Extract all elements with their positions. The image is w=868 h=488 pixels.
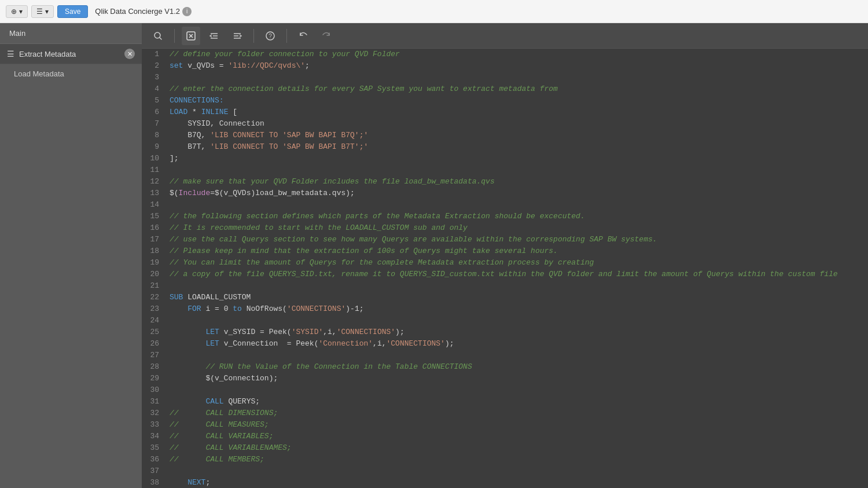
line-number: 30 xyxy=(142,384,165,396)
line-content xyxy=(165,465,868,477)
line-content: // the following section defines which p… xyxy=(165,211,868,222)
table-row: 38 NEXT; xyxy=(142,477,868,488)
line-number: 15 xyxy=(142,211,165,222)
main-layout: Main ☰ Extract Metadata ✕ Load Metadata xyxy=(0,23,868,488)
table-row: 7 SYSID, Connection xyxy=(142,118,868,130)
line-number: 12 xyxy=(142,176,165,188)
line-content: CALL QUERYS; xyxy=(165,396,868,408)
list-button[interactable]: ☰ ▾ xyxy=(31,5,54,18)
table-row: 17 // use the call Querys section to see… xyxy=(142,234,868,245)
line-content: LOAD * INLINE [ xyxy=(165,107,868,118)
code-editor[interactable]: 1 // define your folder connection to yo… xyxy=(142,49,868,488)
sidebar: Main ☰ Extract Metadata ✕ Load Metadata xyxy=(0,23,142,488)
search-button[interactable] xyxy=(149,27,167,45)
indent-left-button[interactable] xyxy=(205,27,223,45)
line-content: // use the call Querys section to see ho… xyxy=(165,234,868,245)
list-icon: ☰ xyxy=(36,8,43,16)
table-row: 8 B7Q, 'LIB CONNECT TO 'SAP BW BAPI B7Q'… xyxy=(142,130,868,141)
table-row: 33 // CALL MEASURES; xyxy=(142,419,868,431)
line-number: 16 xyxy=(142,222,165,234)
line-content: LET v_Connection = Peek('Connection',i,'… xyxy=(165,338,868,350)
line-number: 4 xyxy=(142,83,165,95)
top-toolbar: ⊕ ▾ ☰ ▾ Save Qlik Data Concierge V1.2 i xyxy=(0,0,868,23)
toolbar-separator-3 xyxy=(286,29,287,43)
indent-right-button[interactable] xyxy=(228,27,247,45)
line-content: set v_QVDs = 'lib://QDC/qvds\'; xyxy=(165,60,868,72)
table-row: 22 SUB LOADALL_CUSTOM xyxy=(142,292,868,303)
app-title-text: Qlik Data Concierge V1.2 xyxy=(95,7,180,16)
line-number: 28 xyxy=(142,361,165,373)
line-content: // CALL MEASURES; xyxy=(165,419,868,431)
line-number: 2 xyxy=(142,60,165,72)
indent-left-icon xyxy=(209,31,219,41)
line-content: // It is recommended to start with the L… xyxy=(165,222,868,234)
app-icon-button[interactable]: ⊕ ▾ xyxy=(6,5,28,18)
line-number: 33 xyxy=(142,419,165,431)
line-number: 37 xyxy=(142,465,165,477)
line-content: // make sure that your QVD Folder includ… xyxy=(165,176,868,188)
line-content: // Please keep in mind that the extracti… xyxy=(165,245,868,257)
line-content xyxy=(165,199,868,211)
line-content: // You can limit the amount of Querys fo… xyxy=(165,257,868,269)
line-content: // define your folder connection to your… xyxy=(165,49,868,60)
table-row: 2 set v_QVDs = 'lib://QDC/qvds\'; xyxy=(142,60,868,72)
close-button[interactable]: ✕ xyxy=(124,49,135,59)
search-icon xyxy=(153,31,163,41)
toolbar-separator-2 xyxy=(253,29,254,43)
line-number: 36 xyxy=(142,454,165,465)
line-number: 17 xyxy=(142,234,165,245)
undo-button[interactable] xyxy=(294,27,312,45)
sidebar-item-load-metadata[interactable]: Load Metadata xyxy=(0,64,142,83)
line-content xyxy=(165,350,868,361)
table-row: 13 $(Include=$(v_QVDs)load_bw_metadata.q… xyxy=(142,188,868,199)
line-number: 21 xyxy=(142,280,165,292)
line-number: 32 xyxy=(142,408,165,419)
table-row: 31 CALL QUERYS; xyxy=(142,396,868,408)
line-content: LET v_SYSID = Peek('SYSID',i,'CONNECTION… xyxy=(165,326,868,338)
line-number: 10 xyxy=(142,153,165,164)
line-number: 18 xyxy=(142,245,165,257)
line-number: 5 xyxy=(142,95,165,107)
line-number: 35 xyxy=(142,442,165,454)
table-row: 16 // It is recommended to start with th… xyxy=(142,222,868,234)
line-content: CONNECTIONS: xyxy=(165,95,868,107)
line-number: 6 xyxy=(142,107,165,118)
info-icon[interactable]: i xyxy=(182,7,192,16)
help-button[interactable]: ? xyxy=(261,27,279,45)
indent-right-icon xyxy=(232,31,242,41)
line-number: 24 xyxy=(142,315,165,326)
line-content xyxy=(165,315,868,326)
svg-text:?: ? xyxy=(269,33,272,39)
line-number: 7 xyxy=(142,118,165,130)
hamburger-icon: ☰ xyxy=(7,49,14,58)
redo-icon xyxy=(321,31,332,41)
line-number: 27 xyxy=(142,350,165,361)
line-number: 1 xyxy=(142,49,165,60)
line-number: 23 xyxy=(142,303,165,315)
table-row: 11 xyxy=(142,164,868,176)
line-content: SUB LOADALL_CUSTOM xyxy=(165,292,868,303)
sidebar-item-main[interactable]: Main xyxy=(0,23,142,44)
toolbar-separator-1 xyxy=(174,29,175,43)
line-number: 25 xyxy=(142,326,165,338)
redo-button[interactable] xyxy=(317,27,336,45)
line-number: 31 xyxy=(142,396,165,408)
line-content: FOR i = 0 to NoOfRows('CONNECTIONS')-1; xyxy=(165,303,868,315)
line-number: 22 xyxy=(142,292,165,303)
table-row: 15 // the following section defines whic… xyxy=(142,211,868,222)
save-button[interactable]: Save xyxy=(57,5,88,18)
table-row: 28 // RUN the Value of the Connection in… xyxy=(142,361,868,373)
line-content: // CALL DIMENSIONS; xyxy=(165,408,868,419)
line-number: 14 xyxy=(142,199,165,211)
table-row: 27 xyxy=(142,350,868,361)
table-row: 23 FOR i = 0 to NoOfRows('CONNECTIONS')-… xyxy=(142,303,868,315)
table-row: 9 B7T, 'LIB CONNECT TO 'SAP BW BAPI B7T'… xyxy=(142,141,868,153)
bold-button[interactable] xyxy=(182,27,200,45)
line-number: 20 xyxy=(142,269,165,280)
table-row: 32 // CALL DIMENSIONS; xyxy=(142,408,868,419)
table-row: 30 xyxy=(142,384,868,396)
table-row: 4 // enter the connection details for ev… xyxy=(142,83,868,95)
table-row: 29 $(v_Connection); xyxy=(142,373,868,384)
line-number: 34 xyxy=(142,431,165,442)
table-row: 19 // You can limit the amount of Querys… xyxy=(142,257,868,269)
